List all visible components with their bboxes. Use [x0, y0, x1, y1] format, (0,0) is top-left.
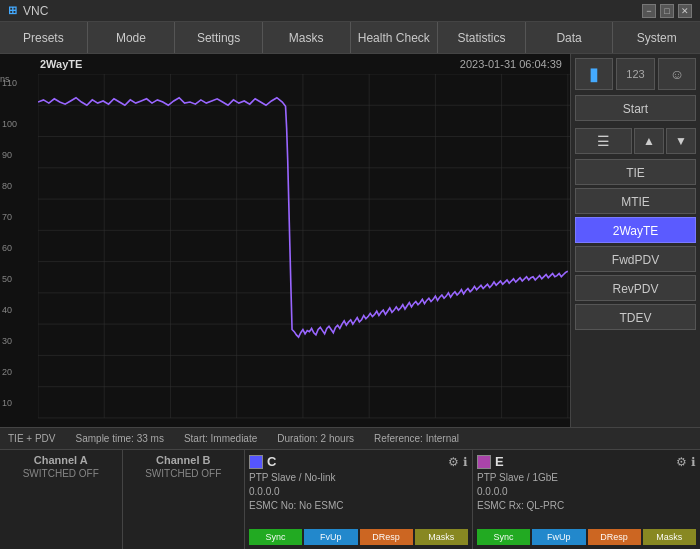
- app-title: VNC: [23, 4, 48, 18]
- y-10: 10: [2, 398, 12, 408]
- y-60: 60: [2, 243, 12, 253]
- status-sample-time: Sample time: 33 ms: [76, 433, 164, 444]
- y-110: 110: [2, 78, 17, 88]
- chart-area: 2WayTE 2023-01-31 06:04:39 ns 110 100 90…: [0, 54, 570, 427]
- tab-masks[interactable]: Masks: [263, 22, 351, 53]
- channel-e-detail3: ESMC Rx: QL-PRC: [477, 499, 696, 513]
- chart-view-button[interactable]: ▮: [575, 58, 613, 90]
- status-start: Start: Immediate: [184, 433, 257, 444]
- channel-c-detail2: 0.0.0.0: [249, 485, 468, 499]
- channel-c-sync-button[interactable]: Sync: [249, 529, 302, 545]
- tab-data[interactable]: Data: [526, 22, 614, 53]
- mask-view-button[interactable]: ☺: [658, 58, 696, 90]
- channel-c-gear-icon[interactable]: ⚙: [448, 455, 459, 469]
- channel-e-sync-button[interactable]: Sync: [477, 529, 530, 545]
- channel-b-box: Channel B SWITCHED OFF: [123, 450, 246, 549]
- y-100: 100: [2, 119, 17, 129]
- bottom-channels: Channel A SWITCHED OFF Channel B SWITCHE…: [0, 449, 700, 549]
- channel-e-header: E ⚙ ℹ: [477, 454, 696, 469]
- channel-a-box: Channel A SWITCHED OFF: [0, 450, 123, 549]
- tab-settings[interactable]: Settings: [175, 22, 263, 53]
- main-content: 2WayTE 2023-01-31 06:04:39 ns 110 100 90…: [0, 54, 700, 427]
- channel-c-detail1: PTP Slave / No-link: [249, 471, 468, 485]
- nav-tabs: Presets Mode Settings Masks Health Check…: [0, 22, 700, 54]
- status-tie-pdv: TIE + PDV: [8, 433, 56, 444]
- metric-mtie-button[interactable]: MTIE: [575, 188, 696, 214]
- window-controls: − □ ✕: [642, 4, 692, 18]
- metric-tie-button[interactable]: TIE: [575, 159, 696, 185]
- tab-health-check[interactable]: Health Check: [351, 22, 439, 53]
- channel-a-label: Channel A: [6, 454, 116, 466]
- channel-e-color: [477, 455, 491, 469]
- y-40: 40: [2, 305, 12, 315]
- channel-e-dresp-button[interactable]: DResp: [588, 529, 641, 545]
- start-button[interactable]: Start: [575, 95, 696, 121]
- chart-header: 2WayTE 2023-01-31 06:04:39: [40, 56, 570, 72]
- y-70: 70: [2, 212, 12, 222]
- status-duration: Duration: 2 hours: [277, 433, 354, 444]
- metric-revpdv-button[interactable]: RevPDV: [575, 275, 696, 301]
- y-90: 90: [2, 150, 12, 160]
- nav-up-button[interactable]: ▲: [634, 128, 664, 154]
- list-view-button[interactable]: ☰: [575, 128, 632, 154]
- channel-b-status: SWITCHED OFF: [129, 468, 239, 479]
- metric-tdev-button[interactable]: TDEV: [575, 304, 696, 330]
- nav-controls: ☰ ▲ ▼: [575, 128, 696, 154]
- channel-b-label: Channel B: [129, 454, 239, 466]
- status-bar: TIE + PDV Sample time: 33 ms Start: Imme…: [0, 427, 700, 449]
- channel-c-letter: C: [267, 454, 276, 469]
- channel-e-detail2: 0.0.0.0: [477, 485, 696, 499]
- y-50: 50: [2, 274, 12, 284]
- y-axis: ns 110 100 90 80 70 60 50 40 30 20 10: [0, 74, 36, 419]
- tab-system[interactable]: System: [613, 22, 700, 53]
- maximize-button[interactable]: □: [660, 4, 674, 18]
- view-mode-buttons: ▮ 123 ☺: [575, 58, 696, 90]
- channel-c-color: [249, 455, 263, 469]
- minimize-button[interactable]: −: [642, 4, 656, 18]
- app-icon: ⊞: [8, 4, 17, 17]
- tab-mode[interactable]: Mode: [88, 22, 176, 53]
- channel-e-fwdup-button[interactable]: FwUp: [532, 529, 585, 545]
- channel-c-fwdup-button[interactable]: FvUp: [304, 529, 357, 545]
- y-80: 80: [2, 181, 12, 191]
- channel-e-letter: E: [495, 454, 504, 469]
- channel-e-box: E ⚙ ℹ PTP Slave / 1GbE 0.0.0.0 ESMC Rx: …: [473, 450, 700, 549]
- channel-c-detail3: ESMC No: No ESMC: [249, 499, 468, 513]
- nav-down-button[interactable]: ▼: [666, 128, 696, 154]
- channel-e-gear-icon[interactable]: ⚙: [676, 455, 687, 469]
- chart-timestamp: 2023-01-31 06:04:39: [460, 58, 562, 70]
- channel-c-dresp-button[interactable]: DResp: [360, 529, 413, 545]
- status-reference: Reference: Internal: [374, 433, 459, 444]
- tab-statistics[interactable]: Statistics: [438, 22, 526, 53]
- app-title-area: ⊞ VNC: [8, 4, 48, 18]
- channel-c-box: C ⚙ ℹ PTP Slave / No-link 0.0.0.0 ESMC N…: [245, 450, 473, 549]
- channel-c-header: C ⚙ ℹ: [249, 454, 468, 469]
- title-bar: ⊞ VNC − □ ✕: [0, 0, 700, 22]
- tab-presets[interactable]: Presets: [0, 22, 88, 53]
- y-20: 20: [2, 367, 12, 377]
- channel-e-detail1: PTP Slave / 1GbE: [477, 471, 696, 485]
- right-panel: ▮ 123 ☺ Start ☰ ▲ ▼ TIE MTIE 2WayTE FwdP…: [570, 54, 700, 427]
- chart-title: 2WayTE: [40, 58, 82, 70]
- y-30: 30: [2, 336, 12, 346]
- metric-2wayte-button[interactable]: 2WayTE: [575, 217, 696, 243]
- channel-e-buttons: Sync FwUp DResp Masks: [477, 529, 696, 545]
- channel-a-status: SWITCHED OFF: [6, 468, 116, 479]
- channel-c-info-icon[interactable]: ℹ: [463, 455, 468, 469]
- metric-fwdpdv-button[interactable]: FwdPDV: [575, 246, 696, 272]
- channel-e-info-icon[interactable]: ℹ: [691, 455, 696, 469]
- channel-c-buttons: Sync FvUp DResp Masks: [249, 529, 468, 545]
- chart-svg: 0 1 2 3 4 5 6 7 8 ks: [38, 74, 570, 419]
- numeric-view-button[interactable]: 123: [616, 58, 654, 90]
- channel-e-masks-button[interactable]: Masks: [643, 529, 696, 545]
- channel-c-masks-button[interactable]: Masks: [415, 529, 468, 545]
- close-button[interactable]: ✕: [678, 4, 692, 18]
